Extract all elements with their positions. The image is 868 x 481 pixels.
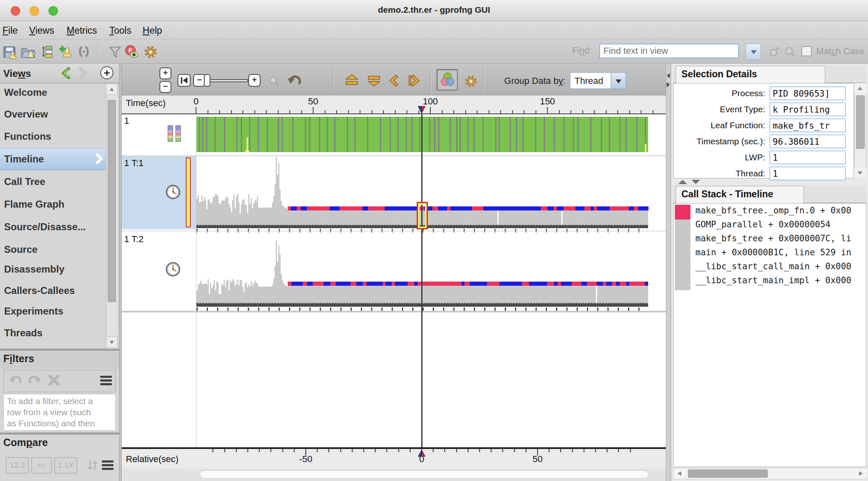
relative-cursor-marker[interactable] <box>418 450 425 457</box>
call-stack-frame[interactable]: make_bfs_tree + 0x0000007C, li <box>695 234 865 246</box>
compare-mode-button-0[interactable]: 12.3 <box>6 457 29 474</box>
pane-splitter-down-icon[interactable] <box>690 179 701 185</box>
views-scroll-down-button[interactable] <box>106 336 118 348</box>
filter-hint-box: To add a filter, select arow from a view… <box>3 394 116 431</box>
sidebar-item-timeline[interactable]: Timeline <box>4 153 103 167</box>
pane-splitter-up-icon[interactable] <box>677 179 688 185</box>
details-scroll-down-button[interactable] <box>854 168 866 178</box>
move-up-button[interactable] <box>344 74 359 88</box>
function-colors-button[interactable]: F <box>124 44 139 59</box>
state-bar-segment <box>466 206 472 210</box>
cpu-stripe <box>267 117 268 152</box>
sidebar-item-welcome[interactable]: Welcome <box>4 87 103 101</box>
traffic-close[interactable] <box>11 6 20 16</box>
cpu-stripe <box>522 117 524 152</box>
color-chooser-button[interactable] <box>436 69 458 90</box>
field-value-thread[interactable]: 1 <box>769 166 846 180</box>
traffic-zoom[interactable] <box>48 6 58 16</box>
filter-remove-icon[interactable] <box>48 374 60 386</box>
call-stack-frame[interactable]: main + 0x00000B1C, line 529 in <box>695 247 865 260</box>
undo-icon[interactable] <box>287 73 302 88</box>
field-value-lwp[interactable]: 1 <box>769 150 846 164</box>
group-by-select-arrow[interactable] <box>611 72 626 89</box>
sample-tick <box>638 308 639 311</box>
right-splitter[interactable] <box>666 64 671 481</box>
details-scrollbar-thumb[interactable] <box>856 95 865 149</box>
match-case-checkbox[interactable] <box>801 46 812 56</box>
sidebar-item-experiments[interactable]: Experiments <box>4 305 103 319</box>
menu-metrics[interactable]: Metrics <box>67 25 97 37</box>
selection-highlight[interactable] <box>417 202 428 229</box>
collapse-left-icon[interactable] <box>666 72 670 79</box>
zoom-in-button[interactable]: + <box>248 74 261 87</box>
sidebar-item-call-tree[interactable]: Call Tree <box>4 176 103 190</box>
menu-views[interactable]: Views <box>29 25 54 37</box>
add-view-button[interactable]: + <box>100 66 113 79</box>
back-icon[interactable] <box>60 67 72 79</box>
menu-file[interactable]: File <box>2 25 18 37</box>
time-cursor-line[interactable] <box>421 113 422 447</box>
traffic-minimize[interactable] <box>30 6 39 16</box>
collapse-panes-button[interactable] <box>76 44 91 59</box>
views-scrollbar-thumb[interactable] <box>108 100 116 302</box>
filter-undo-icon[interactable] <box>8 373 23 387</box>
field-value-eventtype[interactable]: k Profiling <box>769 102 846 116</box>
forward-icon[interactable] <box>76 67 89 79</box>
sidebar-item-callers-callees[interactable]: Callers-Callees <box>4 285 103 299</box>
sidebar-item-disassembly[interactable]: Disassembly <box>4 264 103 278</box>
sample-tick <box>536 308 537 311</box>
find-previous-icon[interactable] <box>768 45 781 58</box>
callstack-hscrollbar-thumb[interactable] <box>688 469 768 478</box>
menu-tools[interactable]: Tools <box>109 25 132 37</box>
compare-sort-icon[interactable] <box>85 459 99 472</box>
compare-menu-button[interactable] <box>102 460 114 470</box>
go-to-start-button[interactable] <box>178 74 191 87</box>
filters-menu-button[interactable] <box>100 376 113 386</box>
find-history-dropdown[interactable] <box>746 44 761 60</box>
zoom-slider-handle[interactable] <box>204 74 210 87</box>
settings-button[interactable] <box>143 44 158 59</box>
collapse-right-icon[interactable] <box>666 81 670 88</box>
zoom-slider-track[interactable] <box>205 79 248 82</box>
find-input[interactable] <box>599 44 739 58</box>
call-stack-frame[interactable]: __libc_start_call_main + 0x000 <box>695 261 865 274</box>
group-by-select-value[interactable]: Thread <box>570 72 611 89</box>
field-value-leaffunction[interactable]: make_bfs_tr <box>769 118 846 132</box>
compare-mode-button-2[interactable]: 1.1X <box>54 457 77 474</box>
call-stack-frame[interactable]: __libc_start_main_impl + 0x000 <box>695 275 865 288</box>
compare-experiments-button[interactable] <box>39 44 54 59</box>
new-experiment-button[interactable] <box>58 44 73 59</box>
callstack-scroll-left-button[interactable] <box>674 469 685 479</box>
vertical-zoom-in-button[interactable]: + <box>159 67 171 79</box>
open-experiment-button[interactable] <box>21 44 35 59</box>
filter-data-button[interactable] <box>108 44 122 59</box>
time-cursor-marker[interactable] <box>418 106 425 113</box>
callstack-scroll-right-button[interactable] <box>856 469 866 479</box>
compare-mode-button-1[interactable]: +/- <box>31 457 52 474</box>
redo-icon[interactable] <box>309 74 323 87</box>
sidebar-item-source[interactable]: Source <box>4 244 103 258</box>
views-scroll-up-button[interactable] <box>106 83 118 95</box>
find-next-icon[interactable] <box>783 45 796 58</box>
filter-redo-icon[interactable] <box>27 373 42 387</box>
sidebar-item-source-disasse-[interactable]: Source/Disasse... <box>4 221 103 235</box>
step-forward-button[interactable] <box>408 74 422 88</box>
step-back-button[interactable] <box>386 74 401 88</box>
timeline-settings-icon[interactable] <box>464 74 478 89</box>
sidebar-item-flame-graph[interactable]: Flame Graph <box>4 199 103 213</box>
sidebar-item-overview[interactable]: Overview <box>4 109 103 123</box>
menu-help[interactable]: Help <box>143 25 162 37</box>
vertical-zoom-out-button[interactable]: − <box>159 81 171 93</box>
sidebar-item-functions[interactable]: Functions <box>4 131 103 145</box>
timeline-hscrollbar-track[interactable] <box>200 470 649 479</box>
save-experiment-button[interactable] <box>2 44 17 59</box>
state-bar-segment <box>572 282 578 286</box>
move-down-button[interactable] <box>367 74 381 88</box>
call-stack-frame[interactable]: make_bfs_tree._omp_fn.0 + 0x00 <box>695 206 865 218</box>
sample-tick <box>422 308 424 311</box>
field-value-timestampsec[interactable]: 96.386011 <box>769 134 846 148</box>
sidebar-item-threads[interactable]: Threads <box>4 327 103 341</box>
field-value-process[interactable]: PID 809653] <box>769 86 846 100</box>
details-scroll-up-button[interactable] <box>854 83 866 94</box>
call-stack-frame[interactable]: GOMP_parallel + 0x00000054 <box>695 220 865 232</box>
